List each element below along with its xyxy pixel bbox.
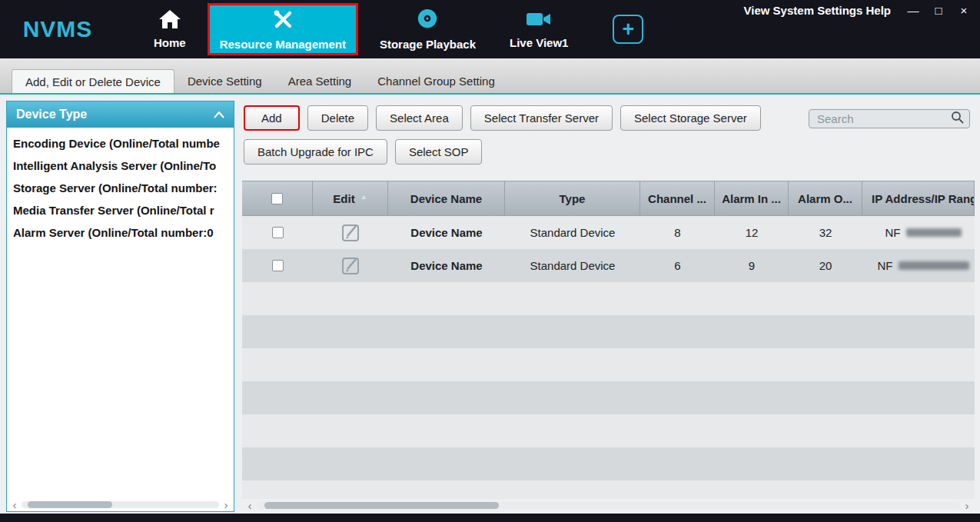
nav-item-label: Resource Management bbox=[220, 38, 346, 51]
maximize-button[interactable]: □ bbox=[932, 4, 945, 17]
delete-button[interactable]: Delete bbox=[307, 105, 368, 131]
nav-item-label: Home bbox=[154, 36, 186, 49]
cell-ip-address: NF bbox=[862, 216, 975, 249]
tab-add-edit-delete-device[interactable]: Add, Edit or Delete Device bbox=[12, 69, 174, 93]
header-alarm-out[interactable]: Alarm O... bbox=[789, 181, 862, 215]
table-row[interactable]: Device Name Standard Device 6 9 20 NF bbox=[242, 249, 975, 282]
nav-item-label: Storage Playback bbox=[380, 38, 476, 51]
device-type-list: Encoding Device (Online/Total numbe Inte… bbox=[7, 128, 234, 498]
scroll-right-icon[interactable]: › bbox=[962, 500, 972, 511]
device-type-panel: Device Type Encoding Device (Online/Tota… bbox=[6, 101, 234, 512]
sort-asc-icon: ▲ bbox=[360, 193, 367, 201]
sidebar-item-alarm-server[interactable]: Alarm Server (Online/Total number:0 bbox=[7, 221, 234, 244]
select-sop-button[interactable]: Select SOP bbox=[395, 139, 483, 165]
scroll-left-icon[interactable]: ‹ bbox=[245, 500, 254, 511]
device-toolbar: Add Delete Select Area Select Transfer S… bbox=[242, 101, 975, 181]
nav-item-storage-playback[interactable]: Storage Playback bbox=[363, 0, 493, 58]
sidebar-item-media-transfer-server[interactable]: Media Transfer Server (Online/Total r bbox=[7, 199, 234, 221]
device-type-title: Device Type bbox=[16, 108, 87, 121]
header-ip-address[interactable]: IP Address/IP Rang bbox=[862, 181, 975, 215]
row-checkbox[interactable] bbox=[272, 227, 284, 238]
disc-icon bbox=[415, 8, 440, 33]
header-select-all bbox=[242, 181, 313, 215]
cell-alarm-out: 32 bbox=[789, 216, 862, 249]
header-edit-label: Edit bbox=[333, 192, 354, 205]
title-bar: NVMS Home Resource Management bbox=[0, 0, 980, 58]
table-header-row: Edit ▲ Device Name Type Channel ... Alar… bbox=[242, 181, 975, 216]
cell-channel: 6 bbox=[640, 249, 715, 282]
sidebar-item-storage-server[interactable]: Storage Server (Online/Total number: bbox=[7, 177, 234, 199]
content-area: Device Type Encoding Device (Online/Tota… bbox=[0, 95, 980, 514]
app-logo: NVMS bbox=[0, 0, 115, 58]
header-channel[interactable]: Channel ... bbox=[640, 181, 715, 215]
sidebar-hscrollbar[interactable]: ‹ › bbox=[7, 498, 234, 511]
bottom-bar bbox=[0, 514, 980, 522]
nav-item-label: Live View1 bbox=[510, 36, 568, 49]
tab-device-setting[interactable]: Device Setting bbox=[174, 69, 275, 93]
scrollbar-thumb[interactable] bbox=[264, 502, 499, 509]
select-all-checkbox[interactable] bbox=[271, 193, 283, 204]
add-button[interactable]: Add bbox=[244, 105, 300, 131]
select-area-button[interactable]: Select Area bbox=[376, 105, 463, 131]
device-type-header[interactable]: Device Type bbox=[7, 101, 234, 128]
select-storage-server-button[interactable]: Select Storage Server bbox=[620, 105, 761, 131]
close-button[interactable]: × bbox=[957, 4, 971, 17]
edit-device-button[interactable] bbox=[313, 216, 388, 249]
empty-rows-area bbox=[242, 282, 975, 499]
cell-alarm-in: 9 bbox=[715, 249, 789, 282]
device-table: Edit ▲ Device Name Type Channel ... Alar… bbox=[242, 181, 975, 499]
camera-icon bbox=[526, 9, 552, 32]
device-list-area: Add Delete Select Area Select Transfer S… bbox=[242, 101, 975, 512]
ip-prefix: NF bbox=[885, 226, 901, 239]
chevron-up-icon bbox=[214, 108, 224, 121]
nav-item-resource-management[interactable]: Resource Management bbox=[208, 3, 358, 55]
header-device-name[interactable]: Device Name bbox=[388, 181, 505, 215]
tools-icon bbox=[271, 8, 294, 33]
select-transfer-server-button[interactable]: Select Transfer Server bbox=[470, 105, 613, 131]
scrollbar-thumb[interactable] bbox=[28, 501, 112, 508]
tab-area-setting[interactable]: Area Setting bbox=[275, 69, 365, 93]
search-box[interactable] bbox=[809, 109, 970, 128]
search-input[interactable] bbox=[817, 112, 951, 125]
nav-item-home[interactable]: Home bbox=[137, 0, 203, 58]
cell-type: Standard Device bbox=[505, 249, 640, 282]
add-tab-button[interactable]: + bbox=[613, 15, 643, 44]
search-icon bbox=[951, 111, 964, 127]
toolbar-row-2: Batch Upgrade for IPC Select SOP bbox=[244, 139, 975, 165]
system-menu[interactable]: View System Settings Help bbox=[744, 4, 891, 17]
scrollbar-track[interactable] bbox=[22, 501, 219, 508]
ip-prefix: NF bbox=[878, 259, 893, 272]
scroll-left-icon[interactable]: ‹ bbox=[10, 499, 19, 510]
window-controls: — □ × bbox=[906, 4, 971, 17]
main-nav: Home Resource Management bbox=[137, 0, 585, 58]
header-alarm-in[interactable]: Alarm In ... bbox=[715, 181, 789, 215]
row-checkbox[interactable] bbox=[272, 260, 284, 271]
minimize-button[interactable]: — bbox=[906, 4, 920, 17]
redacted-ip-blur bbox=[906, 228, 962, 237]
table-row[interactable]: Device Name Standard Device 8 12 32 NF bbox=[242, 216, 975, 249]
tab-channel-group-setting[interactable]: Channel Group Setting bbox=[364, 69, 508, 93]
header-type[interactable]: Type bbox=[505, 181, 640, 215]
batch-upgrade-ipc-button[interactable]: Batch Upgrade for IPC bbox=[244, 139, 387, 165]
redacted-ip-blur bbox=[899, 261, 969, 270]
table-hscrollbar[interactable]: ‹ › bbox=[242, 499, 975, 512]
scrollbar-track[interactable] bbox=[257, 502, 960, 509]
sub-tab-bar: Add, Edit or Delete Device Device Settin… bbox=[0, 58, 980, 95]
edit-device-button[interactable] bbox=[313, 249, 388, 282]
cell-channel: 8 bbox=[640, 216, 715, 249]
header-edit[interactable]: Edit ▲ bbox=[313, 181, 388, 215]
nav-item-live-view1[interactable]: Live View1 bbox=[493, 0, 585, 58]
home-icon bbox=[158, 9, 181, 32]
cell-alarm-out: 20 bbox=[789, 249, 862, 282]
cell-type: Standard Device bbox=[505, 216, 640, 249]
sidebar-item-encoding-device[interactable]: Encoding Device (Online/Total numbe bbox=[7, 132, 234, 155]
cell-device-name: Device Name bbox=[388, 216, 505, 249]
cell-ip-address: NF bbox=[862, 249, 975, 282]
window-menu-area: View System Settings Help — □ × bbox=[744, 4, 971, 17]
cell-device-name: Device Name bbox=[388, 249, 505, 282]
app-logo-text: NVMS bbox=[23, 16, 93, 42]
cell-alarm-in: 12 bbox=[715, 216, 789, 249]
scroll-right-icon[interactable]: › bbox=[221, 499, 231, 510]
sidebar-item-intelligent-analysis-server[interactable]: Intelligent Analysis Server (Online/To bbox=[7, 155, 234, 177]
